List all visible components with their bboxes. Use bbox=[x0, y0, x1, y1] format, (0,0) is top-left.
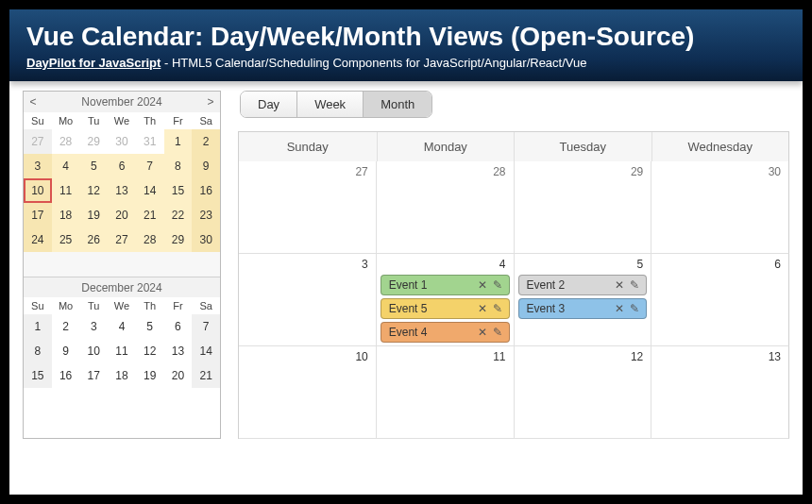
month-day-cell[interactable]: 5Event 2✕✎Event 3✕✎ bbox=[515, 254, 652, 346]
mini-day-cell[interactable]: 10 bbox=[79, 339, 108, 363]
mini-day-cell[interactable]: 20 bbox=[164, 363, 193, 388]
mini-day-cell[interactable]: 9 bbox=[52, 339, 80, 363]
month-dow-label: Tuesday bbox=[514, 132, 651, 161]
edit-icon[interactable]: ✎ bbox=[490, 278, 505, 292]
mini-next-button[interactable]: > bbox=[201, 95, 220, 109]
mini-day-cell[interactable]: 30 bbox=[192, 227, 220, 252]
month-day-cell[interactable]: 29 bbox=[515, 161, 652, 254]
mini-day-cell[interactable]: 6 bbox=[164, 314, 193, 339]
month-day-cell[interactable]: 4Event 1✕✎Event 5✕✎Event 4✕✎ bbox=[377, 254, 515, 346]
month-day-number: 28 bbox=[493, 165, 505, 178]
mini-day-cell[interactable]: 20 bbox=[108, 203, 136, 227]
mini-day-cell[interactable]: 5 bbox=[136, 314, 164, 339]
tab-month[interactable]: Month bbox=[363, 92, 431, 117]
mini-day-cell[interactable]: 15 bbox=[164, 178, 193, 203]
month-day-cell[interactable]: 30 bbox=[651, 161, 789, 254]
mini-day-cell[interactable]: 19 bbox=[79, 203, 108, 227]
mini-day-cell[interactable]: 5 bbox=[79, 154, 108, 178]
mini-day-cell[interactable]: 14 bbox=[192, 339, 220, 363]
mini-day-cell[interactable]: 24 bbox=[24, 227, 52, 252]
mini-day-cell[interactable]: 31 bbox=[136, 129, 164, 154]
mini-day-cell[interactable]: 16 bbox=[192, 178, 220, 203]
mini-prev-button[interactable]: < bbox=[24, 95, 42, 109]
mini-day-cell[interactable]: 2 bbox=[192, 129, 220, 154]
tab-day[interactable]: Day bbox=[241, 92, 296, 117]
month-day-cell[interactable]: 13 bbox=[651, 346, 789, 439]
mini-day-cell[interactable]: 4 bbox=[52, 154, 80, 178]
mini-day-cell[interactable]: 8 bbox=[164, 154, 193, 178]
event-label: Event 5 bbox=[389, 302, 475, 315]
month-day-cell[interactable]: 27 bbox=[239, 161, 377, 254]
mini-day-cell[interactable]: 4 bbox=[108, 314, 136, 339]
mini-day-cell[interactable]: 21 bbox=[136, 203, 164, 227]
mini-dow-label: Tu bbox=[79, 112, 108, 129]
calendar-event[interactable]: Event 4✕✎ bbox=[381, 322, 510, 343]
mini-day-cell[interactable]: 29 bbox=[164, 227, 193, 252]
edit-icon[interactable]: ✎ bbox=[627, 278, 642, 292]
mini-day-cell[interactable]: 12 bbox=[79, 178, 108, 203]
mini-day-cell[interactable]: 1 bbox=[164, 129, 193, 154]
mini-day-cell[interactable]: 3 bbox=[79, 314, 108, 339]
mini-day-cell[interactable]: 3 bbox=[24, 154, 52, 178]
mini-day-cell[interactable]: 17 bbox=[24, 203, 52, 227]
mini-day-cell[interactable]: 14 bbox=[136, 178, 164, 203]
mini-day-cell[interactable]: 28 bbox=[52, 129, 80, 154]
month-day-cell[interactable]: 12 bbox=[515, 346, 652, 439]
delete-icon[interactable]: ✕ bbox=[612, 278, 627, 292]
edit-icon[interactable]: ✎ bbox=[627, 302, 642, 315]
month-day-cell[interactable]: 3 bbox=[239, 254, 377, 346]
mini-day-cell[interactable]: 28 bbox=[136, 227, 164, 252]
mini-day-cell[interactable]: 13 bbox=[108, 178, 136, 203]
mini-day-cell[interactable]: 26 bbox=[79, 227, 108, 252]
mini-day-cell[interactable]: 22 bbox=[164, 203, 193, 227]
mini-day-cell[interactable]: 2 bbox=[52, 314, 80, 339]
delete-icon[interactable]: ✕ bbox=[475, 302, 490, 315]
mini-day-cell[interactable]: 25 bbox=[52, 227, 80, 252]
mini-day-cell[interactable]: 10 bbox=[24, 178, 52, 203]
month-day-number: 6 bbox=[774, 258, 781, 271]
mini-day-cell[interactable]: 18 bbox=[52, 203, 80, 227]
mini-day-cell[interactable]: 16 bbox=[52, 363, 80, 388]
mini-dow-label: Su bbox=[24, 297, 52, 314]
event-label: Event 1 bbox=[389, 278, 475, 292]
mini-day-cell[interactable]: 30 bbox=[108, 129, 136, 154]
mini-day-cell bbox=[24, 252, 52, 277]
mini-day-cell[interactable]: 19 bbox=[136, 363, 164, 388]
mini-day-cell[interactable]: 7 bbox=[192, 314, 220, 339]
edit-icon[interactable]: ✎ bbox=[490, 326, 505, 339]
mini-day-cell[interactable]: 7 bbox=[136, 154, 164, 178]
mini-day-cell[interactable]: 8 bbox=[24, 339, 52, 363]
mini-day-cell[interactable]: 27 bbox=[24, 129, 52, 154]
mini-day-cell[interactable]: 11 bbox=[52, 178, 80, 203]
mini-month-label: November 2024 bbox=[42, 95, 201, 109]
delete-icon[interactable]: ✕ bbox=[475, 278, 490, 292]
delete-icon[interactable]: ✕ bbox=[475, 326, 490, 339]
month-day-cell[interactable]: 10 bbox=[239, 346, 377, 439]
daypilot-link[interactable]: DayPilot for JavaScript bbox=[26, 56, 161, 70]
mini-day-cell[interactable]: 17 bbox=[79, 363, 108, 388]
month-day-cell[interactable]: 6 bbox=[651, 254, 789, 346]
tab-week[interactable]: Week bbox=[296, 92, 363, 117]
mini-day-cell[interactable]: 21 bbox=[192, 363, 220, 388]
event-label: Event 3 bbox=[527, 302, 613, 315]
delete-icon[interactable]: ✕ bbox=[612, 302, 627, 315]
mini-day-cell[interactable]: 9 bbox=[192, 154, 220, 178]
mini-day-cell[interactable]: 13 bbox=[164, 339, 193, 363]
mini-day-cell[interactable]: 15 bbox=[24, 363, 52, 388]
calendar-event[interactable]: Event 5✕✎ bbox=[381, 298, 510, 319]
mini-day-cell[interactable]: 6 bbox=[108, 154, 136, 178]
mini-day-cell[interactable]: 23 bbox=[192, 203, 220, 227]
mini-day-cell[interactable]: 11 bbox=[108, 339, 136, 363]
mini-day-cell[interactable]: 1 bbox=[24, 314, 52, 339]
calendar-event[interactable]: Event 1✕✎ bbox=[381, 275, 510, 295]
edit-icon[interactable]: ✎ bbox=[490, 302, 505, 315]
month-day-cell[interactable]: 28 bbox=[377, 161, 515, 254]
month-dow-label: Sunday bbox=[239, 132, 377, 161]
mini-day-cell[interactable]: 12 bbox=[136, 339, 164, 363]
mini-day-cell[interactable]: 29 bbox=[79, 129, 108, 154]
mini-day-cell[interactable]: 27 bbox=[108, 227, 136, 252]
month-day-cell[interactable]: 11 bbox=[377, 346, 515, 439]
calendar-event[interactable]: Event 3✕✎ bbox=[518, 298, 648, 319]
mini-day-cell[interactable]: 18 bbox=[108, 363, 136, 388]
calendar-event[interactable]: Event 2✕✎ bbox=[518, 275, 648, 295]
